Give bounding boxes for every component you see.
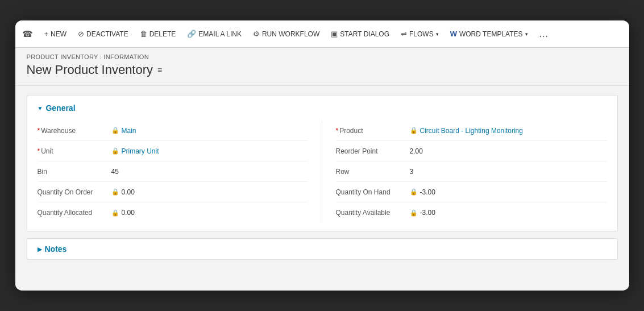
- collapse-icon: ▼: [38, 105, 43, 111]
- unit-value: 🔒 Primary Unit: [111, 147, 159, 155]
- phone-icon: ☎: [22, 29, 33, 39]
- unit-label: Unit: [38, 147, 111, 155]
- notes-section-card: ▶ Notes: [27, 238, 618, 260]
- qty-on-order-label: Quantity On Order: [38, 188, 111, 196]
- warehouse-lock-icon: 🔒: [111, 127, 119, 134]
- notes-expand-icon: ▶: [38, 246, 42, 252]
- email-link-label: EMAIL A LINK: [198, 30, 242, 38]
- general-section-label: General: [45, 103, 75, 113]
- general-section-card: ▼ General Warehouse 🔒 Main Unit: [27, 95, 618, 231]
- unit-lock-icon: 🔒: [111, 147, 119, 155]
- row-field-row: Row 3: [336, 161, 607, 182]
- warehouse-value: 🔒 Main: [111, 127, 136, 135]
- qty-on-hand-lock-icon: 🔒: [410, 188, 418, 196]
- page-title-container: New Product Inventory ≡: [27, 63, 618, 77]
- unit-field-row: Unit 🔒 Primary Unit: [38, 141, 308, 161]
- qty-on-order-lock-icon: 🔒: [111, 188, 119, 196]
- fields-left-col: Warehouse 🔒 Main Unit 🔒 Primary Unit: [38, 121, 322, 223]
- row-value: 3: [410, 168, 414, 176]
- word-templates-button[interactable]: W WORD TEMPLATES ▾: [446, 27, 533, 41]
- product-field-row: Product 🔒 Circuit Board - Lighting Monit…: [336, 121, 607, 141]
- email-link-button[interactable]: 🔗 EMAIL A LINK: [182, 27, 246, 41]
- bin-field-row: Bin 45: [38, 161, 308, 182]
- bin-label: Bin: [38, 168, 111, 176]
- deactivate-button[interactable]: ⊘ DEACTIVATE: [73, 27, 133, 41]
- qty-available-value: 🔒 -3.00: [410, 209, 435, 217]
- run-workflow-button[interactable]: ⚙ RUN WORKFLOW: [248, 27, 324, 41]
- unit-link[interactable]: Primary Unit: [122, 147, 159, 155]
- general-section-header[interactable]: ▼ General: [38, 103, 607, 113]
- word-templates-arrow-icon: ▾: [525, 31, 528, 37]
- warehouse-label: Warehouse: [38, 127, 111, 135]
- flows-icon: ⇌: [401, 30, 407, 38]
- fields-grid: Warehouse 🔒 Main Unit 🔒 Primary Unit: [38, 121, 607, 223]
- warehouse-field-row: Warehouse 🔒 Main: [38, 121, 308, 141]
- new-label: NEW: [51, 30, 67, 38]
- notes-section-header[interactable]: ▶ Notes: [38, 244, 607, 254]
- product-value: 🔒 Circuit Board - Lighting Monitoring: [410, 127, 523, 135]
- flows-label: FLOWS: [409, 30, 434, 38]
- notes-section-label: Notes: [45, 244, 67, 254]
- delete-label: DELETE: [149, 30, 176, 38]
- breadcrumb: PRODUCT INVENTORY : INFORMATION: [27, 53, 618, 60]
- title-menu-icon[interactable]: ≡: [157, 65, 162, 74]
- qty-available-field-row: Quantity Available 🔒 -3.00: [336, 202, 607, 223]
- row-label: Row: [336, 168, 410, 176]
- qty-on-hand-field-row: Quantity On Hand 🔒 -3.00: [336, 182, 607, 202]
- reorder-point-field-row: Reorder Point 2.00: [336, 141, 607, 161]
- deactivate-icon: ⊘: [78, 30, 84, 38]
- reorder-point-label: Reorder Point: [336, 147, 410, 155]
- product-lock-icon: 🔒: [410, 127, 418, 134]
- flows-arrow-icon: ▾: [436, 31, 439, 37]
- delete-button[interactable]: 🗑 DELETE: [135, 27, 181, 41]
- start-dialog-icon: ▣: [331, 30, 338, 38]
- word-templates-icon: W: [450, 30, 457, 38]
- app-window: ☎ + NEW ⊘ DEACTIVATE 🗑 DELETE 🔗 EMAIL A …: [15, 20, 629, 291]
- warehouse-link[interactable]: Main: [122, 127, 136, 135]
- qty-allocated-label: Quantity Allocated: [38, 209, 111, 217]
- page-title-text: New Product Inventory: [27, 63, 153, 77]
- start-dialog-button[interactable]: ▣ START DIALOG: [326, 27, 394, 41]
- new-icon: +: [44, 30, 49, 38]
- word-templates-label: WORD TEMPLATES: [459, 30, 523, 38]
- fields-right-col: Product 🔒 Circuit Board - Lighting Monit…: [322, 121, 607, 223]
- reorder-point-value: 2.00: [410, 147, 423, 155]
- delete-icon: 🗑: [140, 30, 147, 38]
- qty-available-lock-icon: 🔒: [410, 209, 418, 217]
- qty-allocated-value: 🔒 0.00: [111, 209, 135, 217]
- title-area: PRODUCT INVENTORY : INFORMATION New Prod…: [15, 48, 629, 86]
- new-button[interactable]: + NEW: [40, 27, 72, 41]
- run-workflow-label: RUN WORKFLOW: [262, 30, 319, 38]
- qty-allocated-field-row: Quantity Allocated 🔒 0.00: [38, 202, 308, 223]
- run-workflow-icon: ⚙: [253, 30, 260, 38]
- qty-on-hand-value: 🔒 -3.00: [410, 188, 435, 196]
- bin-value: 45: [111, 168, 119, 176]
- deactivate-label: DEACTIVATE: [86, 30, 128, 38]
- flows-button[interactable]: ⇌ FLOWS ▾: [396, 27, 443, 41]
- main-content: ▼ General Warehouse 🔒 Main Unit: [15, 86, 629, 291]
- more-button[interactable]: ...: [535, 26, 553, 42]
- product-link[interactable]: Circuit Board - Lighting Monitoring: [420, 127, 523, 135]
- toolbar: ☎ + NEW ⊘ DEACTIVATE 🗑 DELETE 🔗 EMAIL A …: [15, 20, 629, 48]
- start-dialog-label: START DIALOG: [340, 30, 389, 38]
- email-link-icon: 🔗: [187, 30, 196, 38]
- qty-allocated-lock-icon: 🔒: [111, 209, 119, 217]
- qty-available-label: Quantity Available: [336, 209, 410, 217]
- qty-on-hand-label: Quantity On Hand: [336, 188, 410, 196]
- qty-on-order-value: 🔒 0.00: [111, 188, 135, 196]
- qty-on-order-field-row: Quantity On Order 🔒 0.00: [38, 182, 308, 202]
- more-label: ...: [539, 29, 549, 39]
- product-label: Product: [336, 127, 410, 135]
